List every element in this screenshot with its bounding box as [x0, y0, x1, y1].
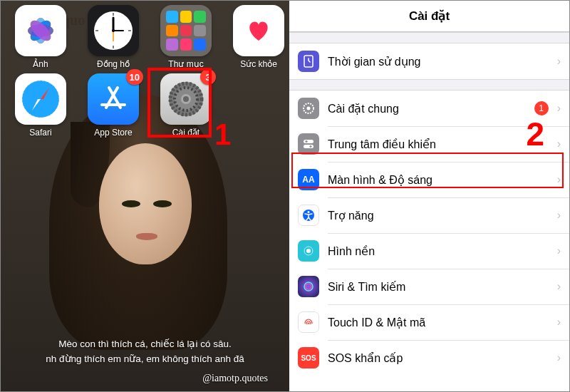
badge: 10	[126, 69, 143, 85]
safari-icon	[15, 73, 66, 125]
chevron-right-icon: ›	[557, 351, 561, 364]
page-title: Cài đặt	[289, 1, 569, 32]
sos-icon: SOS	[298, 347, 319, 368]
gear-icon	[298, 98, 319, 119]
row-label: Touch ID & Mật mã	[328, 316, 549, 329]
svg-point-38	[308, 211, 310, 213]
row-label: SOS khẩn cấp	[328, 351, 549, 365]
row-touch-id[interactable]: Touch ID & Mật mã ›	[289, 304, 569, 340]
row-label: Siri & Tìm kiếm	[328, 280, 549, 294]
highlight-box-display	[291, 153, 564, 188]
tutorial-composite: quo Ảnh Đồ	[1, 1, 569, 391]
svg-point-16	[112, 29, 115, 32]
highlight-box-settings	[147, 68, 212, 138]
health-icon	[233, 5, 284, 56]
row-label: Cài đặt chung	[328, 102, 526, 115]
settings-screenshot: Cài đặt Thời gian sử dụng › Cài đặt chun…	[289, 1, 569, 391]
row-siri[interactable]: Siri & Tìm kiếm ›	[289, 269, 569, 304]
homescreen-screenshot: quo Ảnh Đồ	[1, 1, 289, 391]
row-label: Trung tâm điều khiển	[328, 138, 549, 151]
row-screen-time[interactable]: Thời gian sử dụng ›	[289, 43, 569, 79]
app-label: Ảnh	[33, 59, 48, 69]
app-grid: Ảnh Đồng hồ Thư mục	[1, 5, 289, 138]
app-label: Safari	[29, 128, 51, 138]
badge: 1	[534, 101, 549, 115]
svg-point-32	[307, 107, 311, 110]
control-center-icon	[298, 133, 319, 155]
chevron-right-icon: ›	[557, 316, 561, 329]
chevron-right-icon: ›	[557, 102, 561, 115]
app-appstore[interactable]: 10 App Store	[79, 73, 147, 138]
wallpaper-caption: Mèo con thì thích cá, chiếc lá lại có sâ…	[1, 337, 289, 368]
app-safari[interactable]: Safari	[6, 73, 75, 138]
siri-icon	[298, 276, 319, 297]
watermark: @iamotp.quotes	[202, 373, 268, 384]
app-label: Sức khỏe	[240, 59, 277, 69]
svg-rect-34	[304, 145, 314, 148]
app-photos[interactable]: Ảnh	[6, 5, 75, 69]
svg-rect-33	[304, 140, 314, 143]
fingerprint-icon	[298, 311, 319, 333]
app-health[interactable]: Sức khỏe	[224, 5, 289, 69]
folder-icon	[160, 5, 212, 56]
row-label: Thời gian sử dụng	[328, 55, 549, 68]
clock-icon	[88, 5, 139, 56]
svg-point-35	[305, 140, 307, 143]
app-clock[interactable]: Đồng hồ	[79, 5, 147, 69]
wallpaper-portrait	[71, 108, 220, 307]
row-wallpaper[interactable]: Hình nền ›	[289, 233, 569, 269]
app-label: App Store	[94, 128, 132, 138]
svg-point-36	[309, 145, 311, 148]
chevron-right-icon: ›	[557, 209, 561, 222]
step-number-1: 1	[214, 118, 231, 152]
svg-point-42	[306, 284, 311, 289]
chevron-right-icon: ›	[557, 280, 561, 293]
screen-time-icon	[298, 51, 319, 72]
svg-point-39	[306, 249, 311, 253]
step-number-2: 2	[526, 115, 544, 153]
photos-icon	[15, 5, 66, 56]
wallpaper-icon	[298, 240, 319, 262]
chevron-right-icon: ›	[557, 138, 561, 150]
app-folder[interactable]: Thư mục	[152, 5, 220, 69]
app-label: Đồng hồ	[97, 59, 130, 69]
row-sos[interactable]: SOS SOS khẩn cấp ›	[289, 340, 569, 376]
accessibility-icon	[298, 205, 319, 226]
chevron-right-icon: ›	[557, 244, 561, 257]
row-label: Hình nền	[328, 244, 549, 258]
row-accessibility[interactable]: Trợ năng ›	[289, 197, 569, 233]
chevron-right-icon: ›	[557, 55, 561, 68]
row-label: Trợ năng	[328, 209, 549, 222]
